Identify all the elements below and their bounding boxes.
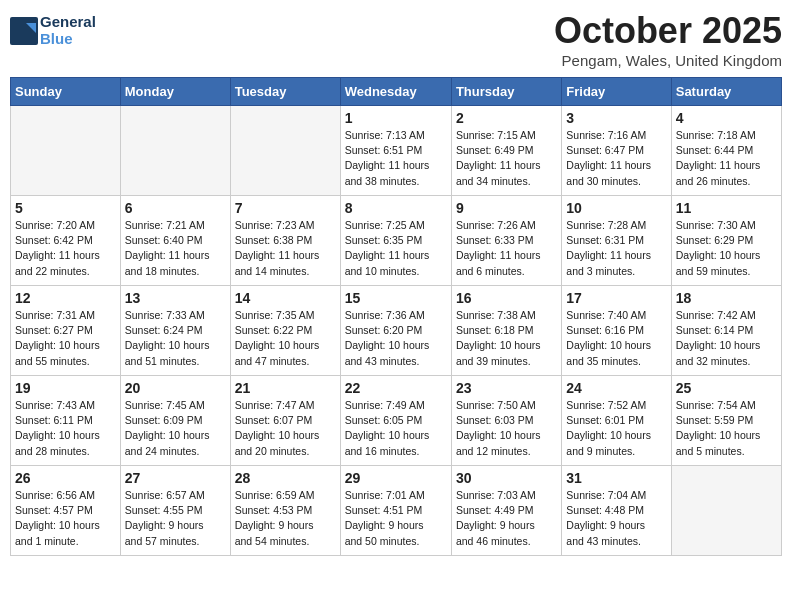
cell-text: Sunrise: 7:33 AMSunset: 6:24 PMDaylight:… [125,308,226,369]
calendar-cell: 28Sunrise: 6:59 AMSunset: 4:53 PMDayligh… [230,466,340,556]
calendar-cell: 26Sunrise: 6:56 AMSunset: 4:57 PMDayligh… [11,466,121,556]
day-number: 8 [345,200,447,216]
calendar-cell: 29Sunrise: 7:01 AMSunset: 4:51 PMDayligh… [340,466,451,556]
week-row-2: 5Sunrise: 7:20 AMSunset: 6:42 PMDaylight… [11,196,782,286]
calendar-cell: 18Sunrise: 7:42 AMSunset: 6:14 PMDayligh… [671,286,781,376]
calendar-cell: 11Sunrise: 7:30 AMSunset: 6:29 PMDayligh… [671,196,781,286]
calendar-cell: 10Sunrise: 7:28 AMSunset: 6:31 PMDayligh… [562,196,671,286]
location: Pengam, Wales, United Kingdom [554,52,782,69]
weekday-wednesday: Wednesday [340,78,451,106]
calendar-cell: 25Sunrise: 7:54 AMSunset: 5:59 PMDayligh… [671,376,781,466]
cell-text: Sunrise: 7:21 AMSunset: 6:40 PMDaylight:… [125,218,226,279]
cell-text: Sunrise: 7:50 AMSunset: 6:03 PMDaylight:… [456,398,557,459]
calendar: SundayMondayTuesdayWednesdayThursdayFrid… [10,77,782,556]
calendar-cell: 31Sunrise: 7:04 AMSunset: 4:48 PMDayligh… [562,466,671,556]
day-number: 18 [676,290,777,306]
day-number: 1 [345,110,447,126]
logo-line2: Blue [40,31,96,48]
day-number: 7 [235,200,336,216]
weekday-header-row: SundayMondayTuesdayWednesdayThursdayFrid… [11,78,782,106]
day-number: 22 [345,380,447,396]
logo: General Blue [10,14,96,47]
cell-text: Sunrise: 7:16 AMSunset: 6:47 PMDaylight:… [566,128,666,189]
day-number: 19 [15,380,116,396]
calendar-cell: 4Sunrise: 7:18 AMSunset: 6:44 PMDaylight… [671,106,781,196]
day-number: 21 [235,380,336,396]
cell-text: Sunrise: 7:30 AMSunset: 6:29 PMDaylight:… [676,218,777,279]
weekday-friday: Friday [562,78,671,106]
weekday-tuesday: Tuesday [230,78,340,106]
day-number: 29 [345,470,447,486]
calendar-cell: 5Sunrise: 7:20 AMSunset: 6:42 PMDaylight… [11,196,121,286]
cell-text: Sunrise: 7:26 AMSunset: 6:33 PMDaylight:… [456,218,557,279]
cell-text: Sunrise: 7:18 AMSunset: 6:44 PMDaylight:… [676,128,777,189]
week-row-3: 12Sunrise: 7:31 AMSunset: 6:27 PMDayligh… [11,286,782,376]
calendar-cell: 8Sunrise: 7:25 AMSunset: 6:35 PMDaylight… [340,196,451,286]
day-number: 13 [125,290,226,306]
calendar-cell: 7Sunrise: 7:23 AMSunset: 6:38 PMDaylight… [230,196,340,286]
cell-text: Sunrise: 6:59 AMSunset: 4:53 PMDaylight:… [235,488,336,549]
cell-text: Sunrise: 7:54 AMSunset: 5:59 PMDaylight:… [676,398,777,459]
calendar-cell: 12Sunrise: 7:31 AMSunset: 6:27 PMDayligh… [11,286,121,376]
cell-text: Sunrise: 7:04 AMSunset: 4:48 PMDaylight:… [566,488,666,549]
day-number: 15 [345,290,447,306]
week-row-5: 26Sunrise: 6:56 AMSunset: 4:57 PMDayligh… [11,466,782,556]
calendar-cell: 20Sunrise: 7:45 AMSunset: 6:09 PMDayligh… [120,376,230,466]
cell-text: Sunrise: 7:23 AMSunset: 6:38 PMDaylight:… [235,218,336,279]
calendar-cell [230,106,340,196]
calendar-cell [11,106,121,196]
day-number: 5 [15,200,116,216]
day-number: 9 [456,200,557,216]
day-number: 17 [566,290,666,306]
cell-text: Sunrise: 7:20 AMSunset: 6:42 PMDaylight:… [15,218,116,279]
calendar-cell: 2Sunrise: 7:15 AMSunset: 6:49 PMDaylight… [451,106,561,196]
calendar-cell: 13Sunrise: 7:33 AMSunset: 6:24 PMDayligh… [120,286,230,376]
cell-text: Sunrise: 7:40 AMSunset: 6:16 PMDaylight:… [566,308,666,369]
calendar-cell [671,466,781,556]
calendar-cell: 17Sunrise: 7:40 AMSunset: 6:16 PMDayligh… [562,286,671,376]
day-number: 2 [456,110,557,126]
day-number: 24 [566,380,666,396]
week-row-1: 1Sunrise: 7:13 AMSunset: 6:51 PMDaylight… [11,106,782,196]
day-number: 26 [15,470,116,486]
weekday-sunday: Sunday [11,78,121,106]
cell-text: Sunrise: 7:36 AMSunset: 6:20 PMDaylight:… [345,308,447,369]
cell-text: Sunrise: 7:13 AMSunset: 6:51 PMDaylight:… [345,128,447,189]
calendar-cell: 16Sunrise: 7:38 AMSunset: 6:18 PMDayligh… [451,286,561,376]
calendar-cell: 21Sunrise: 7:47 AMSunset: 6:07 PMDayligh… [230,376,340,466]
calendar-cell: 3Sunrise: 7:16 AMSunset: 6:47 PMDaylight… [562,106,671,196]
cell-text: Sunrise: 7:25 AMSunset: 6:35 PMDaylight:… [345,218,447,279]
day-number: 20 [125,380,226,396]
day-number: 10 [566,200,666,216]
day-number: 4 [676,110,777,126]
weekday-thursday: Thursday [451,78,561,106]
cell-text: Sunrise: 7:01 AMSunset: 4:51 PMDaylight:… [345,488,447,549]
day-number: 31 [566,470,666,486]
day-number: 6 [125,200,226,216]
cell-text: Sunrise: 7:28 AMSunset: 6:31 PMDaylight:… [566,218,666,279]
day-number: 16 [456,290,557,306]
logo-icon [10,17,38,45]
calendar-cell: 1Sunrise: 7:13 AMSunset: 6:51 PMDaylight… [340,106,451,196]
day-number: 12 [15,290,116,306]
cell-text: Sunrise: 7:52 AMSunset: 6:01 PMDaylight:… [566,398,666,459]
weekday-monday: Monday [120,78,230,106]
cell-text: Sunrise: 7:42 AMSunset: 6:14 PMDaylight:… [676,308,777,369]
day-number: 23 [456,380,557,396]
calendar-cell [120,106,230,196]
calendar-cell: 9Sunrise: 7:26 AMSunset: 6:33 PMDaylight… [451,196,561,286]
calendar-cell: 30Sunrise: 7:03 AMSunset: 4:49 PMDayligh… [451,466,561,556]
calendar-cell: 23Sunrise: 7:50 AMSunset: 6:03 PMDayligh… [451,376,561,466]
logo-line1: General [40,14,96,31]
cell-text: Sunrise: 7:15 AMSunset: 6:49 PMDaylight:… [456,128,557,189]
calendar-cell: 22Sunrise: 7:49 AMSunset: 6:05 PMDayligh… [340,376,451,466]
svg-rect-0 [10,17,38,45]
day-number: 3 [566,110,666,126]
cell-text: Sunrise: 7:43 AMSunset: 6:11 PMDaylight:… [15,398,116,459]
calendar-cell: 27Sunrise: 6:57 AMSunset: 4:55 PMDayligh… [120,466,230,556]
cell-text: Sunrise: 7:03 AMSunset: 4:49 PMDaylight:… [456,488,557,549]
cell-text: Sunrise: 6:56 AMSunset: 4:57 PMDaylight:… [15,488,116,549]
title-area: October 2025 Pengam, Wales, United Kingd… [554,10,782,69]
cell-text: Sunrise: 7:49 AMSunset: 6:05 PMDaylight:… [345,398,447,459]
month-title: October 2025 [554,10,782,52]
